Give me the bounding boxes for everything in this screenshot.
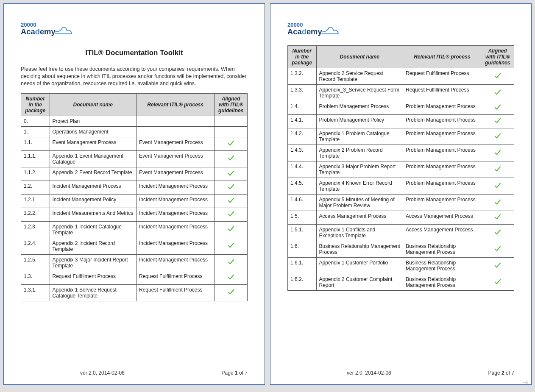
cell-aligned <box>481 258 514 274</box>
check-icon <box>494 201 502 207</box>
cell-number: 1.4.4. <box>288 161 317 178</box>
table-row: 1.4.2.Appendix 1 Problem Catalogue Templ… <box>288 128 514 145</box>
cell-process: Incident Management Process <box>137 194 215 208</box>
table-row: 1.3.Request Fulfillment ProcessRequest F… <box>21 271 248 284</box>
cell-number: 1.5. <box>288 211 317 225</box>
cell-document: Appendix 3 Major Problem Report Template <box>316 161 403 178</box>
cell-process: Event Management Process <box>137 167 215 181</box>
cell-document: Appendix 2 Service Request Record Templa… <box>316 68 403 85</box>
cell-aligned <box>215 284 248 301</box>
cell-aligned <box>481 115 514 128</box>
check-icon <box>494 135 502 141</box>
cell-document: Business Relationship Management Process <box>316 241 403 258</box>
cell-number: 1.2.5. <box>21 254 50 271</box>
cell-aligned <box>481 161 514 178</box>
cell-document: Appendix 4 Known Error Record Template <box>316 178 403 195</box>
page-footer-2: ver 2.0, 2014-02-06 Page 2 of 7 <box>287 362 514 376</box>
footer-page-num: Page 2 of 7 <box>488 370 514 376</box>
header-document: Document name <box>316 46 403 68</box>
cell-number: 1.4.3. <box>288 145 317 161</box>
cell-number: 1.4.2. <box>288 128 317 145</box>
cell-process: Event Management Process <box>137 150 215 167</box>
table-row: 1.2.Incident Management ProcessIncident … <box>21 181 248 194</box>
cell-aligned <box>215 238 248 254</box>
check-icon <box>494 264 502 270</box>
table-row: 1.1.1.Appendix 1 Event Management Catalo… <box>21 150 248 167</box>
check-icon <box>227 157 235 163</box>
cell-number: 1.4.1. <box>288 115 317 128</box>
cell-process: Request Fulfillment Process <box>137 271 215 284</box>
cell-number: 1.3. <box>21 271 50 284</box>
table-row: 1.4.Problem Management ProcessProblem Ma… <box>288 101 514 115</box>
footer-page-num: Page 1 of 7 <box>222 370 248 376</box>
cell-process: Business Relationship Management Process <box>403 274 481 291</box>
cell-process <box>137 126 215 137</box>
cell-process: Problem Management Process <box>403 195 481 211</box>
header-process: Relevant ITIL® process <box>403 46 481 68</box>
table-row: 1.2.1Incident Management PolicyIncident … <box>21 194 248 208</box>
header-process: Relevant ITIL® process <box>137 93 215 116</box>
check-icon <box>494 152 502 158</box>
cell-document: Operations Management <box>50 126 137 137</box>
cell-aligned <box>481 145 514 161</box>
cell-document: Appendix 3 Major Incident Report Templat… <box>50 254 137 271</box>
cell-aligned <box>215 181 248 194</box>
cell-aligned <box>215 126 248 137</box>
cell-document: Appendix 1 Customer Portfolio <box>316 258 403 274</box>
table-row: 1.3.1.Appendix 1 Service Request Catalog… <box>21 284 248 301</box>
cell-number: 1.3.2. <box>288 68 317 85</box>
cell-document: Appendix 2 Problem Record Template <box>316 145 403 161</box>
table-row: 1.4.1.Problem Management PolicyProblem M… <box>288 115 514 128</box>
table-row: 1.5.1.Appendix 1 Conflicts and Exception… <box>288 225 514 241</box>
cell-document: Appendix 2 Customer Complaint Report <box>316 274 403 291</box>
check-icon <box>494 168 502 174</box>
cell-process: Incident Management Process <box>137 221 215 238</box>
svg-text:Academy: Academy <box>287 27 322 36</box>
cell-aligned <box>481 128 514 145</box>
check-icon <box>494 216 502 222</box>
table-row: 1.6.2.Appendix 2 Customer Complaint Repo… <box>288 274 514 291</box>
cell-aligned <box>481 225 514 241</box>
check-icon <box>227 142 235 148</box>
cell-document: Appendix 2 Incident Record Template <box>50 238 137 254</box>
check-icon <box>227 172 235 178</box>
cell-document: Incident Management Policy <box>50 194 137 208</box>
check-icon <box>227 261 235 267</box>
header-aligned: Aligned with ITIL® guidelines <box>215 93 248 116</box>
cell-document: Appendix 1 Problem Catalogue Template <box>316 128 403 145</box>
table-row: 1.5.Access Management ProcessAccess Mana… <box>288 211 514 225</box>
footer-version: ver 2.0, 2014-02-06 <box>347 370 391 376</box>
cell-number: 1.6.1. <box>288 258 317 274</box>
cell-process: Problem Management Process <box>403 161 481 178</box>
check-icon <box>494 231 502 237</box>
cell-number: 1.4.5. <box>288 178 317 195</box>
cell-process: Business Relationship Management Process <box>403 258 481 274</box>
table-row: 1.4.6.Appendix 5 Minutes of Meeting of M… <box>288 195 514 211</box>
cell-process: Request Fulfillment Process <box>403 85 481 101</box>
cell-document: Project Plan <box>50 116 137 126</box>
check-icon <box>494 75 502 81</box>
cell-number: 1.6. <box>288 241 317 258</box>
table-row: 1.2.3.Appendix 1 Incident Catalogue Temp… <box>21 221 248 238</box>
table-row: 0.Project Plan <box>21 116 248 126</box>
cell-process <box>137 116 215 126</box>
documents-table-page1: Number in the package Document name Rele… <box>21 93 248 301</box>
cell-aligned <box>215 271 248 284</box>
cell-aligned <box>215 221 248 238</box>
cell-document: Appendix 1 Service Request Catalogue Tem… <box>50 284 137 301</box>
cell-document: Problem Management Policy <box>316 115 403 128</box>
cell-number: 1.2.1 <box>21 194 50 208</box>
document-page-1: 20000 Academy ITIL® Documentation Toolki… <box>3 3 265 385</box>
logo: 20000 Academy <box>287 21 514 39</box>
page-footer-1: ver 2.0, 2014-02-06 Page 1 of 7 <box>21 362 248 376</box>
cell-number: 1.3.3. <box>288 85 317 101</box>
cell-aligned <box>481 85 514 101</box>
cell-document: Event Management Process <box>50 137 137 150</box>
next-page-arrow-icon[interactable] <box>521 378 530 388</box>
cell-process: Problem Management Process <box>403 178 481 195</box>
cell-aligned <box>215 137 248 150</box>
table-row: 1.2.4.Appendix 2 Incident Record Templat… <box>21 238 248 254</box>
cell-number: 1.1.1. <box>21 150 50 167</box>
cell-process: Business Relationship Management Process <box>403 241 481 258</box>
check-icon <box>494 248 502 254</box>
